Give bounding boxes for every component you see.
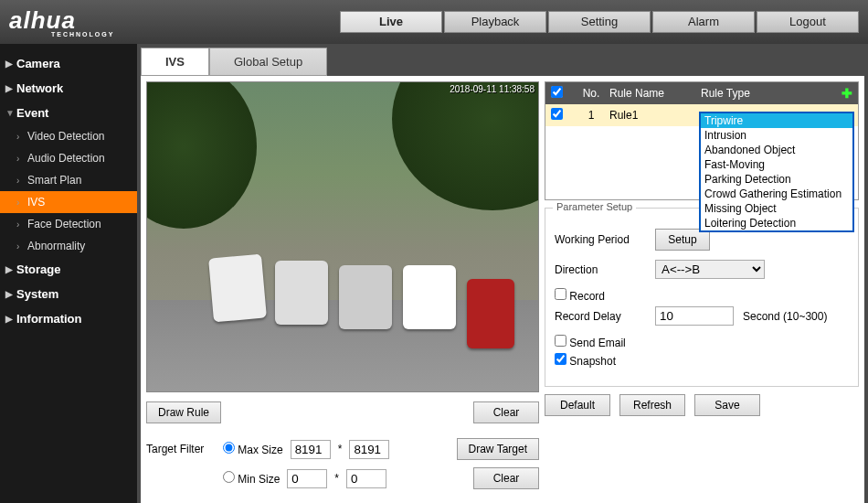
sidebar-network[interactable]: ▶Network xyxy=(0,76,137,101)
sidebar-face-detection[interactable]: ›Face Detection xyxy=(0,213,137,235)
chevron-right-icon: ▶ xyxy=(5,59,13,69)
rule-type-dropdown[interactable]: Tripwire Intrusion Abandoned Object Fast… xyxy=(699,112,854,232)
sidebar-camera[interactable]: ▶Camera xyxy=(0,51,137,76)
select-all-checkbox[interactable] xyxy=(551,86,573,101)
sidebar-video-detection[interactable]: ›Video Detection xyxy=(0,125,137,147)
table-row[interactable]: 1 Rule1 Tripwire Intrusion Abandoned Obj… xyxy=(545,104,858,126)
preview-car xyxy=(339,265,392,329)
preview-timestamp: 2018-09-11 11:38:58 xyxy=(450,84,535,94)
size-separator: * xyxy=(334,472,339,485)
sidebar-event[interactable]: ▼Event xyxy=(0,101,137,125)
brand-name: alhua xyxy=(9,6,76,34)
refresh-button[interactable]: Refresh xyxy=(619,394,685,416)
record-delay-input[interactable] xyxy=(655,306,734,326)
record-delay-hint: Second (10~300) xyxy=(743,310,827,323)
nav-alarm[interactable]: Alarm xyxy=(652,11,755,33)
working-period-label: Working Period xyxy=(555,233,646,246)
rules-table: No. Rule Name Rule Type ✚ 1 Rule1 Tripwi… xyxy=(545,81,859,200)
chevron-down-icon: ▼ xyxy=(5,108,15,118)
col-name-header: Rule Name xyxy=(609,87,701,100)
direction-label: Direction xyxy=(555,263,646,276)
nav-playback[interactable]: Playback xyxy=(444,11,546,33)
row-checkbox[interactable] xyxy=(551,108,573,123)
chevron-right-icon: ▶ xyxy=(5,314,13,324)
subtab-ivs[interactable]: IVS xyxy=(141,48,209,76)
save-button[interactable]: Save xyxy=(694,394,760,416)
preview-car xyxy=(403,265,456,329)
draw-target-button[interactable]: Draw Target xyxy=(457,438,539,460)
send-email-row: Send Email xyxy=(555,335,849,349)
default-button[interactable]: Default xyxy=(545,394,610,416)
rules-header: No. Rule Name Rule Type ✚ xyxy=(545,82,858,104)
chevron-right-icon: ▶ xyxy=(5,289,13,299)
sidebar-smart-plan[interactable]: ›Smart Plan xyxy=(0,169,137,191)
type-option-parking[interactable]: Parking Detection xyxy=(701,172,852,187)
type-option-fast[interactable]: Fast-Moving xyxy=(701,157,852,172)
direction-select[interactable]: A<-->B xyxy=(655,260,765,279)
direction-row: Direction A<-->B xyxy=(555,260,849,279)
main-nav: Live Playback Setting Alarm Logout xyxy=(340,11,859,33)
target-filter-max: Target Filter Max Size * Draw Target xyxy=(146,438,539,460)
content: IVS Global Setup 2018-09-11 11:38:58 Dr xyxy=(137,44,868,503)
chevron-right-icon: › xyxy=(16,154,19,164)
chevron-right-icon: ▶ xyxy=(5,83,13,93)
clear-target-button[interactable]: Clear xyxy=(473,467,539,489)
parameter-setup: Parameter Setup Working Period Setup Dir… xyxy=(545,208,859,387)
chevron-right-icon: › xyxy=(16,176,19,186)
sidebar: ▶Camera ▶Network ▼Event ›Video Detection… xyxy=(0,44,137,503)
record-checkbox[interactable]: Record xyxy=(555,288,605,303)
sidebar-abnormality[interactable]: ›Abnormality xyxy=(0,235,137,257)
row-name[interactable]: Rule1 xyxy=(609,109,701,122)
snapshot-checkbox[interactable]: Snapshot xyxy=(555,353,616,368)
col-type-header: Rule Type xyxy=(701,87,842,100)
type-option-crowd[interactable]: Crowd Gathering Estimation xyxy=(701,187,852,201)
header: alhua TECHNOLOGY Live Playback Setting A… xyxy=(0,0,868,44)
type-option-missing[interactable]: Missing Object xyxy=(701,201,852,216)
type-option-abandoned[interactable]: Abandoned Object xyxy=(701,143,852,157)
chevron-right-icon: ▶ xyxy=(5,264,13,274)
row-no: 1 xyxy=(573,109,609,122)
max-height-input[interactable] xyxy=(349,440,389,459)
col-no-header: No. xyxy=(573,87,609,100)
video-preview[interactable]: 2018-09-11 11:38:58 xyxy=(146,81,539,392)
min-width-input[interactable] xyxy=(287,469,327,488)
add-rule-icon[interactable]: ✚ xyxy=(842,86,852,101)
type-option-intrusion[interactable]: Intrusion xyxy=(701,128,852,143)
target-filter-min: Min Size * Clear xyxy=(146,467,539,489)
sidebar-information[interactable]: ▶Information xyxy=(0,306,137,331)
preview-car xyxy=(275,261,328,325)
left-column: 2018-09-11 11:38:58 Draw Rule Clear Targ… xyxy=(146,81,539,502)
param-legend: Parameter Setup xyxy=(553,201,636,212)
nav-setting[interactable]: Setting xyxy=(548,11,651,33)
chevron-right-icon: › xyxy=(16,219,19,230)
max-width-input[interactable] xyxy=(291,440,331,459)
sidebar-storage[interactable]: ▶Storage xyxy=(0,257,137,282)
sidebar-audio-detection[interactable]: ›Audio Detection xyxy=(0,147,137,169)
record-delay-row: Record Delay Second (10~300) xyxy=(555,306,849,326)
main-panel: 2018-09-11 11:38:58 Draw Rule Clear Targ… xyxy=(141,76,864,503)
min-size-radio[interactable]: Min Size xyxy=(223,471,280,486)
preview-tree xyxy=(392,81,539,210)
rule-buttons: Draw Rule Clear xyxy=(146,401,539,423)
preview-car xyxy=(208,254,267,323)
sidebar-system[interactable]: ▶System xyxy=(0,282,137,306)
preview-car xyxy=(467,279,514,348)
max-size-radio[interactable]: Max Size xyxy=(223,442,283,456)
nav-logout[interactable]: Logout xyxy=(757,11,859,33)
bottom-buttons: Default Refresh Save xyxy=(545,394,859,416)
right-column: No. Rule Name Rule Type ✚ 1 Rule1 Tripwi… xyxy=(545,81,859,502)
draw-rule-button[interactable]: Draw Rule xyxy=(146,401,221,423)
chevron-right-icon: › xyxy=(16,198,19,208)
record-row: Record xyxy=(555,288,849,303)
sidebar-ivs[interactable]: ›IVS xyxy=(0,191,137,213)
nav-live[interactable]: Live xyxy=(340,11,442,33)
target-filter-label: Target Filter xyxy=(146,443,216,455)
clear-rule-button[interactable]: Clear xyxy=(473,401,539,423)
chevron-right-icon: › xyxy=(16,241,19,252)
subtab-global-setup[interactable]: Global Setup xyxy=(209,48,327,76)
send-email-checkbox[interactable]: Send Email xyxy=(555,335,626,349)
min-height-input[interactable] xyxy=(346,469,386,488)
type-option-loitering[interactable]: Loitering Detection xyxy=(701,216,852,230)
brand-sub: TECHNOLOGY xyxy=(51,31,114,37)
type-option-tripwire[interactable]: Tripwire xyxy=(701,113,852,128)
